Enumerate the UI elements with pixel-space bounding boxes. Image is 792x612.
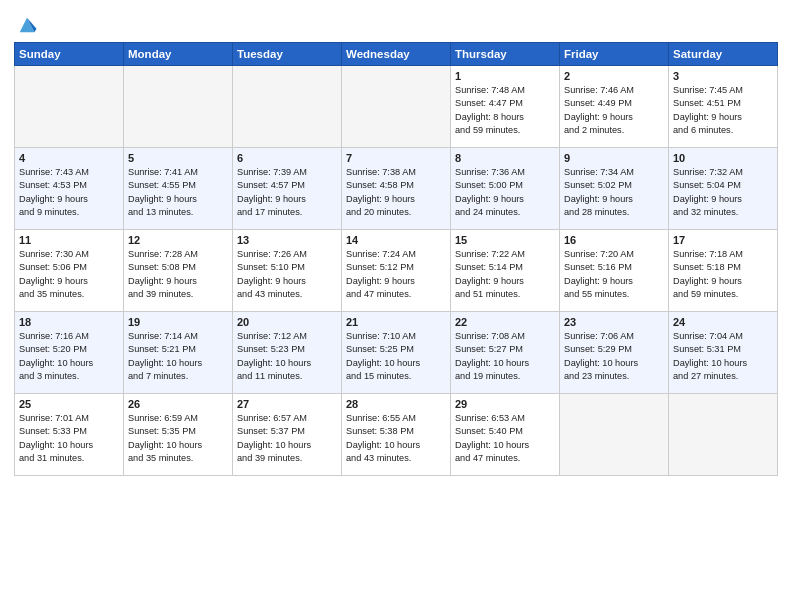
day-number: 22 <box>455 316 555 328</box>
day-number: 16 <box>564 234 664 246</box>
calendar-cell: 7Sunrise: 7:38 AM Sunset: 4:58 PM Daylig… <box>342 148 451 230</box>
calendar-day-header: Sunday <box>15 43 124 66</box>
day-number: 14 <box>346 234 446 246</box>
calendar-cell: 5Sunrise: 7:41 AM Sunset: 4:55 PM Daylig… <box>124 148 233 230</box>
day-number: 12 <box>128 234 228 246</box>
calendar-day-header: Thursday <box>451 43 560 66</box>
day-info: Sunrise: 7:48 AM Sunset: 4:47 PM Dayligh… <box>455 84 555 137</box>
logo <box>14 14 38 36</box>
calendar-cell <box>342 66 451 148</box>
calendar-week-row: 1Sunrise: 7:48 AM Sunset: 4:47 PM Daylig… <box>15 66 778 148</box>
day-number: 27 <box>237 398 337 410</box>
calendar-cell: 25Sunrise: 7:01 AM Sunset: 5:33 PM Dayli… <box>15 394 124 476</box>
calendar-cell: 20Sunrise: 7:12 AM Sunset: 5:23 PM Dayli… <box>233 312 342 394</box>
calendar-header-row: SundayMondayTuesdayWednesdayThursdayFrid… <box>15 43 778 66</box>
calendar-day-header: Friday <box>560 43 669 66</box>
day-number: 1 <box>455 70 555 82</box>
calendar-cell: 21Sunrise: 7:10 AM Sunset: 5:25 PM Dayli… <box>342 312 451 394</box>
calendar-day-header: Tuesday <box>233 43 342 66</box>
calendar-cell: 14Sunrise: 7:24 AM Sunset: 5:12 PM Dayli… <box>342 230 451 312</box>
day-number: 10 <box>673 152 773 164</box>
day-number: 17 <box>673 234 773 246</box>
day-info: Sunrise: 7:16 AM Sunset: 5:20 PM Dayligh… <box>19 330 119 383</box>
day-info: Sunrise: 7:46 AM Sunset: 4:49 PM Dayligh… <box>564 84 664 137</box>
calendar-cell: 9Sunrise: 7:34 AM Sunset: 5:02 PM Daylig… <box>560 148 669 230</box>
day-number: 2 <box>564 70 664 82</box>
day-number: 26 <box>128 398 228 410</box>
calendar-cell: 28Sunrise: 6:55 AM Sunset: 5:38 PM Dayli… <box>342 394 451 476</box>
day-info: Sunrise: 7:30 AM Sunset: 5:06 PM Dayligh… <box>19 248 119 301</box>
day-number: 29 <box>455 398 555 410</box>
logo-icon <box>16 14 38 36</box>
day-info: Sunrise: 7:20 AM Sunset: 5:16 PM Dayligh… <box>564 248 664 301</box>
day-info: Sunrise: 7:18 AM Sunset: 5:18 PM Dayligh… <box>673 248 773 301</box>
day-info: Sunrise: 7:41 AM Sunset: 4:55 PM Dayligh… <box>128 166 228 219</box>
page-container: SundayMondayTuesdayWednesdayThursdayFrid… <box>0 0 792 484</box>
day-number: 19 <box>128 316 228 328</box>
calendar-cell <box>233 66 342 148</box>
day-number: 6 <box>237 152 337 164</box>
day-number: 8 <box>455 152 555 164</box>
header <box>14 10 778 36</box>
day-info: Sunrise: 7:36 AM Sunset: 5:00 PM Dayligh… <box>455 166 555 219</box>
day-number: 11 <box>19 234 119 246</box>
calendar-cell: 17Sunrise: 7:18 AM Sunset: 5:18 PM Dayli… <box>669 230 778 312</box>
day-info: Sunrise: 7:22 AM Sunset: 5:14 PM Dayligh… <box>455 248 555 301</box>
day-info: Sunrise: 7:14 AM Sunset: 5:21 PM Dayligh… <box>128 330 228 383</box>
calendar-cell: 15Sunrise: 7:22 AM Sunset: 5:14 PM Dayli… <box>451 230 560 312</box>
calendar-cell: 23Sunrise: 7:06 AM Sunset: 5:29 PM Dayli… <box>560 312 669 394</box>
day-number: 13 <box>237 234 337 246</box>
calendar-cell: 10Sunrise: 7:32 AM Sunset: 5:04 PM Dayli… <box>669 148 778 230</box>
calendar-cell <box>669 394 778 476</box>
day-info: Sunrise: 7:32 AM Sunset: 5:04 PM Dayligh… <box>673 166 773 219</box>
day-info: Sunrise: 7:43 AM Sunset: 4:53 PM Dayligh… <box>19 166 119 219</box>
day-number: 23 <box>564 316 664 328</box>
day-number: 3 <box>673 70 773 82</box>
calendar-cell: 13Sunrise: 7:26 AM Sunset: 5:10 PM Dayli… <box>233 230 342 312</box>
calendar-week-row: 18Sunrise: 7:16 AM Sunset: 5:20 PM Dayli… <box>15 312 778 394</box>
calendar-cell: 19Sunrise: 7:14 AM Sunset: 5:21 PM Dayli… <box>124 312 233 394</box>
day-number: 9 <box>564 152 664 164</box>
day-info: Sunrise: 7:45 AM Sunset: 4:51 PM Dayligh… <box>673 84 773 137</box>
day-number: 28 <box>346 398 446 410</box>
calendar-cell: 11Sunrise: 7:30 AM Sunset: 5:06 PM Dayli… <box>15 230 124 312</box>
day-info: Sunrise: 7:38 AM Sunset: 4:58 PM Dayligh… <box>346 166 446 219</box>
calendar-cell: 12Sunrise: 7:28 AM Sunset: 5:08 PM Dayli… <box>124 230 233 312</box>
calendar-cell <box>124 66 233 148</box>
calendar-cell: 16Sunrise: 7:20 AM Sunset: 5:16 PM Dayli… <box>560 230 669 312</box>
calendar-day-header: Monday <box>124 43 233 66</box>
day-info: Sunrise: 7:06 AM Sunset: 5:29 PM Dayligh… <box>564 330 664 383</box>
calendar-week-row: 4Sunrise: 7:43 AM Sunset: 4:53 PM Daylig… <box>15 148 778 230</box>
day-info: Sunrise: 7:12 AM Sunset: 5:23 PM Dayligh… <box>237 330 337 383</box>
calendar-day-header: Wednesday <box>342 43 451 66</box>
day-number: 24 <box>673 316 773 328</box>
day-info: Sunrise: 7:39 AM Sunset: 4:57 PM Dayligh… <box>237 166 337 219</box>
day-info: Sunrise: 7:10 AM Sunset: 5:25 PM Dayligh… <box>346 330 446 383</box>
calendar-cell: 2Sunrise: 7:46 AM Sunset: 4:49 PM Daylig… <box>560 66 669 148</box>
day-info: Sunrise: 6:59 AM Sunset: 5:35 PM Dayligh… <box>128 412 228 465</box>
calendar-cell: 3Sunrise: 7:45 AM Sunset: 4:51 PM Daylig… <box>669 66 778 148</box>
calendar-table: SundayMondayTuesdayWednesdayThursdayFrid… <box>14 42 778 476</box>
day-info: Sunrise: 7:28 AM Sunset: 5:08 PM Dayligh… <box>128 248 228 301</box>
day-info: Sunrise: 6:53 AM Sunset: 5:40 PM Dayligh… <box>455 412 555 465</box>
calendar-cell <box>15 66 124 148</box>
day-info: Sunrise: 7:26 AM Sunset: 5:10 PM Dayligh… <box>237 248 337 301</box>
calendar-cell: 4Sunrise: 7:43 AM Sunset: 4:53 PM Daylig… <box>15 148 124 230</box>
day-number: 5 <box>128 152 228 164</box>
calendar-cell: 8Sunrise: 7:36 AM Sunset: 5:00 PM Daylig… <box>451 148 560 230</box>
day-number: 21 <box>346 316 446 328</box>
calendar-body: 1Sunrise: 7:48 AM Sunset: 4:47 PM Daylig… <box>15 66 778 476</box>
day-info: Sunrise: 7:24 AM Sunset: 5:12 PM Dayligh… <box>346 248 446 301</box>
day-number: 25 <box>19 398 119 410</box>
calendar-week-row: 11Sunrise: 7:30 AM Sunset: 5:06 PM Dayli… <box>15 230 778 312</box>
day-number: 15 <box>455 234 555 246</box>
calendar-cell: 22Sunrise: 7:08 AM Sunset: 5:27 PM Dayli… <box>451 312 560 394</box>
day-number: 7 <box>346 152 446 164</box>
calendar-cell: 6Sunrise: 7:39 AM Sunset: 4:57 PM Daylig… <box>233 148 342 230</box>
calendar-week-row: 25Sunrise: 7:01 AM Sunset: 5:33 PM Dayli… <box>15 394 778 476</box>
calendar-day-header: Saturday <box>669 43 778 66</box>
day-info: Sunrise: 7:04 AM Sunset: 5:31 PM Dayligh… <box>673 330 773 383</box>
day-info: Sunrise: 7:01 AM Sunset: 5:33 PM Dayligh… <box>19 412 119 465</box>
day-info: Sunrise: 7:08 AM Sunset: 5:27 PM Dayligh… <box>455 330 555 383</box>
calendar-cell: 26Sunrise: 6:59 AM Sunset: 5:35 PM Dayli… <box>124 394 233 476</box>
